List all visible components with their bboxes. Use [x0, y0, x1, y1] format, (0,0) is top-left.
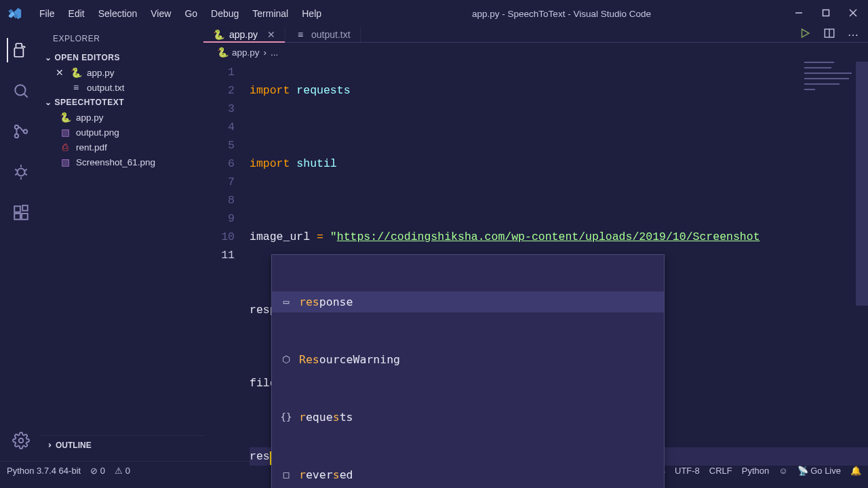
menu-file[interactable]: File	[33, 5, 62, 22]
svg-rect-17	[14, 206, 20, 212]
svg-point-8	[15, 134, 18, 138]
svg-line-16	[24, 169, 26, 171]
file-label: rent.pdf	[76, 142, 107, 152]
svg-point-21	[19, 439, 24, 443]
code-area[interactable]: 1234567891011 import requests import shu…	[203, 62, 868, 488]
maximize-button[interactable]	[822, 8, 830, 19]
window-title: app.py - SpeechToText - Visual Studio Co…	[328, 9, 795, 19]
svg-rect-1	[823, 10, 829, 16]
module-icon: {}	[280, 408, 292, 426]
file-screenshot-61-png[interactable]: ▧ Screenshot_61.png	[41, 155, 203, 169]
menu-terminal[interactable]: Terminal	[245, 5, 295, 22]
svg-rect-19	[22, 214, 28, 220]
tab-output-txt[interactable]: ≡ output.txt	[285, 27, 361, 42]
typed-text: res	[250, 450, 270, 463]
class-icon: ⬡	[280, 350, 292, 369]
open-editors-section[interactable]: ⌄ OPEN EDITORS	[41, 50, 203, 65]
project-section[interactable]: ⌄ SPEECHTOTEXT	[41, 95, 203, 110]
source-control-icon[interactable]	[8, 119, 33, 144]
menu-selection[interactable]: Selection	[92, 5, 144, 22]
autocomplete-popup: ▭ response ⬡ ResourceWarning {} requests…	[271, 254, 665, 488]
tab-label: output.txt	[311, 29, 351, 40]
debug-icon[interactable]	[8, 160, 33, 184]
python-file-icon: 🐍	[213, 29, 224, 40]
menu-go[interactable]: Go	[178, 5, 204, 22]
problems-errors[interactable]: ⊘ 0	[90, 466, 105, 476]
svg-point-10	[18, 169, 25, 176]
file-label: output.png	[76, 127, 119, 138]
vertical-scrollbar[interactable]	[856, 62, 868, 306]
menu-debug[interactable]: Debug	[204, 5, 245, 22]
split-editor-icon[interactable]	[823, 27, 835, 42]
open-editor-app-py[interactable]: ✕ 🐍 app.py	[41, 65, 203, 80]
open-editors-label: OPEN EDITORS	[55, 53, 120, 62]
extensions-icon[interactable]	[8, 201, 33, 225]
breadcrumb-file: app.py	[232, 47, 260, 58]
editor-area: 🐍 app.py ✕ ≡ output.txt ⋯ 🐍 app.py › ...…	[203, 27, 868, 461]
chevron-down-icon: ⌄	[45, 98, 52, 107]
chevron-down-icon: ⌄	[45, 53, 52, 62]
file-label: app.py	[87, 68, 115, 78]
vscode-logo-icon	[5, 4, 24, 23]
file-label: app.py	[76, 113, 104, 123]
svg-point-5	[15, 85, 25, 95]
svg-marker-22	[802, 29, 810, 37]
python-file-icon: 🐍	[71, 67, 81, 78]
sidebar: EXPLORER ⌄ OPEN EDITORS ✕ 🐍 app.py ≡ out…	[41, 27, 203, 461]
file-app-py[interactable]: 🐍 app.py	[41, 110, 203, 125]
tab-label: app.py	[229, 29, 258, 40]
svg-line-6	[24, 94, 27, 97]
main-menu: File Edit Selection View Go Debug Termin…	[33, 5, 328, 22]
breadcrumb-rest: ...	[271, 47, 278, 58]
editor-actions: ⋯	[799, 27, 868, 42]
title-bar: File Edit Selection View Go Debug Termin…	[0, 0, 868, 27]
more-actions-icon[interactable]: ⋯	[848, 28, 859, 41]
autocomplete-item-requests[interactable]: {} requests	[272, 407, 664, 428]
outline-label: OUTLINE	[56, 441, 92, 450]
file-rent-pdf[interactable]: ⎙ rent.pdf	[41, 140, 203, 155]
minimap[interactable]	[804, 62, 856, 251]
svg-line-13	[15, 169, 17, 171]
open-editor-output-txt[interactable]: ≡ output.txt	[41, 80, 203, 95]
chevron-right-icon: ⌄	[43, 442, 53, 449]
window-controls	[795, 8, 857, 19]
sidebar-header: EXPLORER	[41, 27, 203, 50]
file-output-png[interactable]: ▧ output.png	[41, 125, 203, 140]
tab-app-py[interactable]: 🐍 app.py ✕	[203, 27, 285, 42]
breadcrumb[interactable]: 🐍 app.py › ...	[203, 43, 868, 62]
image-file-icon: ▧	[60, 127, 71, 138]
search-icon[interactable]	[8, 79, 33, 103]
settings-gear-icon[interactable]	[8, 428, 33, 453]
close-icon[interactable]: ✕	[54, 67, 65, 78]
minimize-button[interactable]	[795, 8, 803, 19]
close-button[interactable]	[849, 8, 857, 19]
svg-point-9	[24, 129, 27, 133]
run-icon[interactable]	[799, 27, 811, 42]
svg-rect-20	[22, 205, 28, 211]
python-file-icon: 🐍	[60, 112, 71, 123]
problems-warnings[interactable]: ⚠ 0	[115, 466, 130, 476]
outline-section[interactable]: ⌄ OUTLINE	[41, 435, 203, 454]
editor-tabs: 🐍 app.py ✕ ≡ output.txt ⋯	[203, 27, 868, 43]
explorer-icon[interactable]	[7, 38, 33, 62]
file-label: output.txt	[87, 83, 125, 93]
autocomplete-item-reversed[interactable]: □ reversed	[272, 464, 664, 485]
code-content[interactable]: import requests import shutil image_url …	[250, 62, 868, 488]
project-label: SPEECHTOTEXT	[55, 98, 124, 107]
file-label: Screenshot_61.png	[76, 157, 155, 167]
menu-help[interactable]: Help	[295, 5, 328, 22]
menu-view[interactable]: View	[144, 5, 178, 22]
autocomplete-item-response[interactable]: ▭ response	[272, 291, 664, 312]
svg-point-7	[15, 125, 18, 129]
autocomplete-item-resourcewarning[interactable]: ⬡ ResourceWarning	[272, 349, 664, 370]
breadcrumb-separator: ›	[264, 47, 267, 58]
variable-icon: ▭	[280, 293, 292, 311]
activity-bar	[0, 27, 41, 461]
line-gutter: 1234567891011	[203, 62, 250, 488]
python-version[interactable]: Python 3.7.4 64-bit	[7, 466, 81, 476]
function-icon: □	[280, 466, 292, 484]
pdf-file-icon: ⎙	[60, 142, 71, 152]
close-icon[interactable]: ✕	[267, 29, 275, 40]
menu-edit[interactable]: Edit	[62, 5, 92, 22]
svg-rect-4	[14, 48, 23, 57]
